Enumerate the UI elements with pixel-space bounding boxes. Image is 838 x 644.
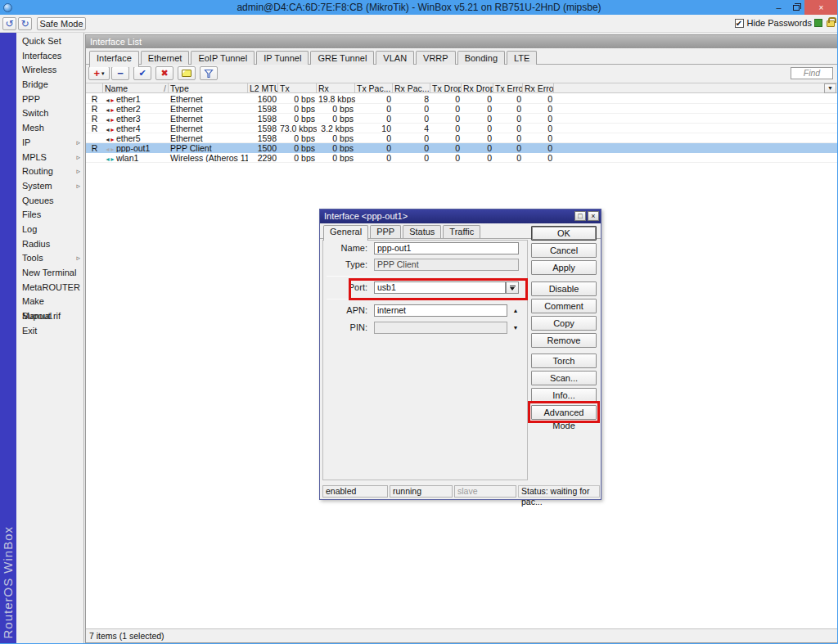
sidebar-item-radius[interactable]: Radius — [16, 237, 83, 252]
interface-row-ether2[interactable]: R◄►ether2Ethernet15980 bps0 bps000000 — [86, 104, 837, 114]
safe-mode-button[interactable]: Safe Mode — [37, 17, 86, 30]
dialog-restore-button[interactable]: □ — [574, 211, 586, 221]
interface-row-ether4[interactable]: R◄►ether4Ethernet159873.0 kbps3.2 kbps10… — [86, 124, 837, 133]
scan-button[interactable]: Scan... — [531, 371, 597, 385]
torch-button[interactable]: Torch — [531, 354, 597, 368]
restore-button[interactable] — [787, 0, 804, 15]
dialog-tab-status[interactable]: Status — [403, 225, 441, 238]
dialog-tab-ppp[interactable]: PPP — [370, 225, 401, 238]
remove-button[interactable]: Remove — [531, 333, 597, 348]
sidebar-item-new-terminal[interactable]: New Terminal — [16, 266, 83, 281]
interface-row-ether5[interactable]: ◄►ether5Ethernet15980 bps0 bps000000 — [86, 133, 837, 143]
apn-collapse-arrow-icon[interactable]: ▲ — [511, 304, 520, 317]
apn-label: APN: — [320, 304, 371, 317]
dialog-tab-general[interactable]: General — [323, 225, 368, 241]
column-header-rx[interactable]: Rx — [317, 83, 355, 92]
type-field: PPP Client — [374, 259, 519, 271]
sidebar-item-wireless[interactable]: Wireless — [16, 63, 83, 78]
sidebar-item-ppp[interactable]: PPP — [16, 92, 83, 107]
tab-bonding[interactable]: Bonding — [457, 51, 505, 65]
running-status-cell: running — [390, 485, 453, 498]
arrow-right-glyph: ► — [110, 97, 115, 103]
sidebar-item-routing[interactable]: Routing▹ — [16, 164, 83, 179]
interface-row-ether1[interactable]: R◄►ether1Ethernet16000 bps19.8 kbps08000… — [86, 94, 837, 104]
column-header-tx-drops[interactable]: Tx Drops — [430, 83, 462, 92]
tab-vlan[interactable]: VLAN — [376, 51, 414, 65]
column-header-rx-errors[interactable]: Rx Errors — [523, 83, 554, 92]
apply-button[interactable]: Apply — [531, 260, 597, 275]
sidebar-item-metarouter[interactable]: MetaROUTER — [16, 281, 83, 295]
sidebar-item-ip[interactable]: IP▹ — [16, 136, 83, 151]
tab-gre-tunnel[interactable]: GRE Tunnel — [310, 51, 374, 65]
remove-interface-button[interactable]: − — [111, 66, 129, 80]
comment-button[interactable]: Comment — [531, 299, 597, 313]
column-header-rx-pac[interactable]: Rx Pac... — [393, 83, 430, 92]
minimize-button[interactable]: – — [770, 0, 787, 15]
comment-button[interactable] — [178, 66, 196, 80]
row-filler — [554, 94, 837, 103]
add-interface-button[interactable]: + ▾ — [88, 66, 110, 80]
pin-expand-arrow-icon[interactable]: ▼ — [511, 322, 520, 334]
sidebar-item-manual[interactable]: Manual — [16, 309, 83, 324]
column-header-name[interactable]: Name/ — [103, 83, 169, 92]
ok-button[interactable]: OK — [531, 226, 597, 241]
tab-interface[interactable]: Interface — [89, 51, 139, 67]
sidebar-item-files[interactable]: Files — [16, 208, 83, 223]
sidebar-item-switch[interactable]: Switch — [16, 106, 83, 121]
dialog-tab-traffic[interactable]: Traffic — [443, 225, 480, 238]
tab-ethernet[interactable]: Ethernet — [141, 51, 190, 65]
interface-row-wlan1[interactable]: ◄►wlan1Wireless (Atheros 11N)22900 bps0 … — [86, 153, 837, 163]
row-type: Ethernet — [169, 124, 248, 133]
column-header-tx-errors[interactable]: Tx Errors — [493, 83, 523, 92]
sidebar-item-make-supout-rif[interactable]: Make Supout.rif — [16, 295, 83, 309]
sidebar-item-mpls[interactable]: MPLS▹ — [16, 151, 83, 165]
column-header-l2-mtu[interactable]: L2 MTU — [248, 83, 278, 92]
column-header-tx[interactable]: Tx — [278, 83, 317, 92]
disable-button[interactable]: Disable — [531, 281, 597, 296]
close-button[interactable]: × — [804, 0, 838, 15]
sidebar-item-label: Bridge — [22, 79, 48, 89]
column-select-button[interactable]: ▼ — [824, 83, 836, 93]
redo-button[interactable]: ↻ — [18, 17, 32, 30]
sidebar-item-bridge[interactable]: Bridge — [16, 78, 83, 92]
interface-list-titlebar[interactable]: Interface List — [86, 35, 837, 48]
column-header-tx-pac[interactable]: Tx Pac... — [355, 83, 393, 92]
interface-row-ppp-out1[interactable]: R◄►ppp-out1PPP Client15000 bps0 bps00000… — [86, 143, 837, 153]
sidebar-item-exit[interactable]: Exit — [16, 324, 83, 339]
sidebar-item-interfaces[interactable]: Interfaces — [16, 49, 83, 64]
dialog-titlebar[interactable]: Interface <ppp-out1> — [320, 209, 601, 223]
interface-table-header: Name/TypeL2 MTUTxRxTx Pac...Rx Pac...Tx … — [86, 83, 837, 93]
tab-lte[interactable]: LTE — [507, 51, 537, 65]
filter-button[interactable] — [200, 66, 218, 80]
find-button[interactable]: Find — [791, 67, 833, 79]
hide-passwords-checkbox[interactable]: ✔ — [735, 19, 744, 28]
sort-ascending-icon: / — [164, 83, 166, 92]
column-header-type[interactable]: Type — [169, 83, 248, 92]
sidebar-item-tools[interactable]: Tools▹ — [16, 251, 83, 266]
enable-interface-button[interactable]: ✔ — [133, 66, 151, 80]
row-rx_drops: 0 — [462, 114, 493, 123]
cancel-button[interactable]: Cancel — [531, 243, 597, 258]
pin-field[interactable] — [374, 322, 507, 334]
tab-ip-tunnel[interactable]: IP Tunnel — [256, 51, 309, 65]
row-type: Ethernet — [169, 114, 248, 123]
column-header-rx-drops[interactable]: Rx Drops — [462, 83, 493, 92]
row-tx: 0 bps — [278, 94, 317, 103]
sidebar-item-quick-set[interactable]: Quick Set — [16, 34, 83, 49]
sidebar-item-mesh[interactable]: Mesh — [16, 121, 83, 136]
dialog-close-button[interactable]: × — [588, 211, 599, 221]
apn-field[interactable]: internet — [374, 304, 507, 317]
interface-row-ether3[interactable]: R◄►ether3Ethernet15980 bps0 bps000000 — [86, 114, 837, 124]
row-rx: 3.2 kbps — [317, 124, 355, 133]
sidebar-item-system[interactable]: System▹ — [16, 179, 83, 194]
interface-name: wlan1 — [116, 153, 138, 162]
copy-button[interactable]: Copy — [531, 316, 597, 331]
tab-vrrp[interactable]: VRRP — [416, 51, 456, 65]
undo-button[interactable]: ↺ — [2, 17, 16, 30]
sidebar-item-queues[interactable]: Queues — [16, 194, 83, 209]
tab-eoip-tunnel[interactable]: EoIP Tunnel — [191, 51, 255, 65]
sidebar-item-log[interactable]: Log — [16, 223, 83, 237]
column-header-flag[interactable] — [86, 83, 103, 92]
disable-interface-button[interactable]: ✖ — [155, 66, 173, 80]
name-field[interactable]: ppp-out1 — [374, 242, 519, 254]
